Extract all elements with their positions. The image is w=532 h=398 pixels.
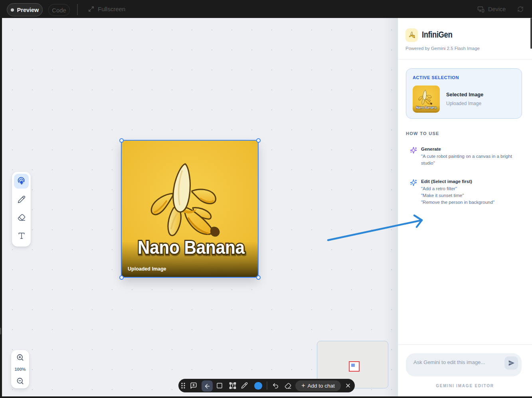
svg-text:Nano Banana: Nano Banana <box>416 105 437 109</box>
